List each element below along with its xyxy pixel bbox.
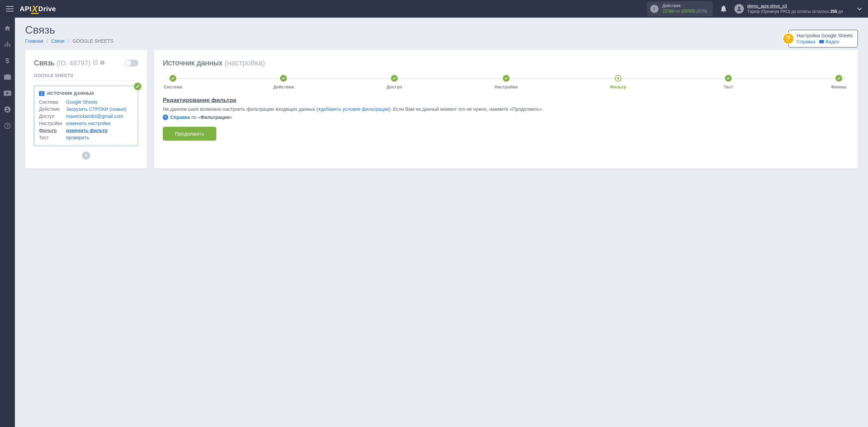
main-content: Связь Главная / Связи / GOOGLE SHEETS Св… bbox=[15, 18, 868, 427]
chevron-down-icon[interactable] bbox=[857, 6, 862, 12]
connection-card: Связь (ID: 48797) GOOGLE SHEETS 1 ИСТОЧН… bbox=[25, 50, 147, 168]
topbar: API X Drive i Действия: 22'060 из 100'00… bbox=[0, 0, 868, 18]
help-box: Настройка Google Sheets Справка Видео bbox=[788, 30, 858, 47]
sidebar-home-icon[interactable] bbox=[3, 24, 12, 33]
notifications-icon[interactable] bbox=[720, 5, 727, 13]
breadcrumb-current: GOOGLE SHEETS bbox=[73, 38, 114, 44]
logo-text-post: Drive bbox=[38, 5, 56, 13]
row-settings-value[interactable]: изменить настройки bbox=[66, 121, 133, 126]
logo-text-pre: API bbox=[20, 5, 32, 13]
config-title: Источник данных (настройка) bbox=[163, 59, 849, 67]
actions-used: 22'060 bbox=[663, 9, 675, 14]
step-action[interactable]: Действие bbox=[273, 75, 294, 89]
row-system-value[interactable]: Google Sheets bbox=[66, 99, 133, 105]
gear-icon[interactable] bbox=[100, 60, 105, 66]
connection-title: Связь bbox=[34, 59, 55, 67]
video-icon bbox=[819, 40, 824, 43]
actions-text: Действия: 22'060 из 100'000 (22%) bbox=[663, 3, 707, 14]
source-title: ИСТОЧНИК ДАННЫХ bbox=[47, 91, 94, 96]
step-settings[interactable]: Настройки bbox=[494, 75, 518, 89]
copy-icon[interactable] bbox=[93, 60, 98, 66]
row-filter-label: Фильтр bbox=[39, 128, 66, 133]
breadcrumb-links[interactable]: Связи bbox=[51, 38, 64, 44]
svg-rect-3 bbox=[7, 42, 8, 43]
step-access[interactable]: Доступ bbox=[384, 75, 405, 89]
user-menu[interactable]: demo_apix-drive_s3 Тариф |Премиум PRO| д… bbox=[734, 3, 843, 14]
actions-counter[interactable]: i Действия: 22'060 из 100'000 (22%) bbox=[647, 1, 713, 16]
step-system[interactable]: Система bbox=[163, 75, 183, 89]
help-q-icon: ? bbox=[163, 115, 168, 120]
svg-rect-4 bbox=[5, 45, 6, 46]
breadcrumb-home[interactable]: Главная bbox=[25, 38, 43, 44]
row-system-label: Система bbox=[39, 99, 66, 105]
help-video-link[interactable]: Видео bbox=[819, 39, 839, 44]
actions-total: 100'000 bbox=[681, 9, 695, 14]
row-filter-value[interactable]: изменить фильтр bbox=[66, 128, 133, 133]
sidebar-briefcase-icon[interactable] bbox=[3, 73, 12, 81]
sidebar-links-icon[interactable] bbox=[3, 40, 12, 49]
breadcrumb: Главная / Связи / GOOGLE SHEETS bbox=[25, 38, 858, 44]
row-test-value[interactable]: проверить bbox=[66, 135, 133, 140]
source-badge: 1 bbox=[39, 91, 44, 96]
svg-text:$: $ bbox=[5, 57, 9, 64]
user-tariff: Тариф |Премиум PRO| до оплаты осталось 2… bbox=[747, 9, 843, 15]
help-line-link[interactable]: Справка по «Фильтрации» bbox=[170, 115, 232, 120]
connection-name: GOOGLE SHEETS bbox=[34, 73, 138, 81]
add-filter-link[interactable]: +добавить условие фильтрации bbox=[318, 106, 389, 112]
page-title: Связь bbox=[25, 24, 858, 36]
connection-toggle[interactable] bbox=[125, 60, 138, 66]
actions-pct: (22%) bbox=[695, 9, 707, 14]
step-finish[interactable]: Финиш bbox=[829, 75, 849, 89]
sidebar-account-icon[interactable] bbox=[3, 105, 12, 114]
data-source-box: 1 ИСТОЧНИК ДАННЫХ Система Google Sheets … bbox=[34, 86, 138, 146]
sidebar-help-icon[interactable]: ? bbox=[3, 121, 12, 130]
add-source-button[interactable]: + bbox=[82, 151, 90, 160]
stepper: Система Действие Доступ Настройки Фильтр… bbox=[163, 75, 849, 89]
actions-of: из bbox=[674, 9, 681, 14]
logo[interactable]: API X Drive bbox=[20, 4, 56, 13]
menu-toggle[interactable] bbox=[6, 6, 14, 12]
user-text: demo_apix-drive_s3 Тариф |Премиум PRO| д… bbox=[747, 3, 843, 14]
help-question-icon[interactable]: ? bbox=[782, 33, 794, 45]
user-name: demo_apix-drive_s3 bbox=[747, 3, 843, 9]
avatar-icon bbox=[734, 4, 744, 14]
svg-rect-6 bbox=[9, 45, 10, 46]
config-card: Источник данных (настройка) Система Дейс… bbox=[154, 50, 858, 168]
help-line: ? Справка по «Фильтрации» bbox=[163, 115, 849, 120]
info-icon: i bbox=[650, 5, 658, 13]
filter-heading: Редактирование фильтра bbox=[163, 97, 849, 104]
sidebar-youtube-icon[interactable] bbox=[3, 89, 12, 98]
help-title: Настройка Google Sheets bbox=[797, 33, 853, 38]
svg-rect-5 bbox=[7, 45, 8, 46]
logo-x: X bbox=[32, 4, 38, 13]
sidebar: $ ? bbox=[0, 18, 15, 427]
row-settings-label: Настройки bbox=[39, 121, 66, 126]
row-access-label: Доступ bbox=[39, 114, 66, 119]
check-icon bbox=[134, 83, 141, 90]
row-access-value[interactable]: maverickandrii@gmail.com bbox=[66, 114, 133, 119]
connection-id: (ID: 48797) bbox=[57, 59, 91, 67]
step-test[interactable]: Тест bbox=[718, 75, 738, 89]
row-action-label: Действие bbox=[39, 106, 66, 112]
svg-text:?: ? bbox=[6, 123, 9, 128]
sidebar-billing-icon[interactable]: $ bbox=[3, 56, 12, 65]
help-ref-link[interactable]: Справка bbox=[797, 39, 815, 44]
actions-label: Действия: bbox=[663, 3, 707, 9]
row-action-value[interactable]: Загрузить СТРОКИ (новые) bbox=[66, 106, 133, 112]
filter-description: На данном шаге возможно настроить фильтр… bbox=[163, 106, 849, 113]
row-test-label: Тест bbox=[39, 135, 66, 140]
continue-button[interactable]: Продолжить bbox=[163, 127, 216, 141]
step-filter[interactable]: Фильтр bbox=[608, 75, 628, 89]
help-widget: ? Настройка Google Sheets Справка Видео bbox=[782, 30, 858, 47]
